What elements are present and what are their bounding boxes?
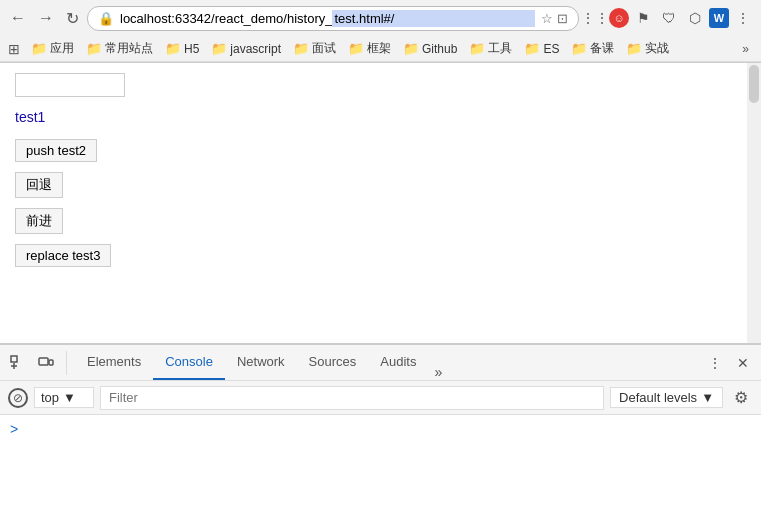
address-highlighted: test.html#/ — [332, 10, 535, 27]
levels-label: Default levels — [619, 390, 697, 405]
bookmark-label: 备课 — [590, 40, 614, 57]
bookmark-应用[interactable]: 📁 应用 — [26, 38, 79, 59]
tab-audits[interactable]: Audits — [368, 345, 428, 380]
browser-chrome: ← → ↻ 🔒 localhost:63342/react_demo/histo… — [0, 0, 761, 63]
right-icons: ⋮⋮ ☺ ⚑ 🛡 ⬡ W ⋮ — [583, 6, 755, 30]
push-test2-button[interactable]: push test2 — [15, 139, 97, 162]
devtools-more-icon[interactable]: ⋮ — [703, 351, 727, 375]
folder-icon: 📁 — [469, 41, 485, 56]
bookmark-es[interactable]: 📁 ES — [519, 39, 564, 58]
console-settings-button[interactable]: ⚙ — [729, 386, 753, 410]
puzzle-icon[interactable]: ⬡ — [683, 6, 707, 30]
bookmark-label: 常用站点 — [105, 40, 153, 57]
folder-icon: 📁 — [165, 41, 181, 56]
scrollbar-track[interactable] — [747, 63, 761, 343]
folder-icon: 📁 — [31, 41, 47, 56]
bookmark-label: 工具 — [488, 40, 512, 57]
console-input[interactable] — [22, 422, 751, 437]
folder-icon: 📁 — [86, 41, 102, 56]
address-text-static: localhost:63342/react_demo/history_ — [120, 11, 332, 26]
bookmark-h5[interactable]: 📁 H5 — [160, 39, 204, 58]
svg-rect-4 — [49, 360, 53, 365]
more-tabs-button[interactable]: » — [428, 364, 448, 380]
bookmark-工具[interactable]: 📁 工具 — [464, 38, 517, 59]
bookmark-实战[interactable]: 📁 实战 — [621, 38, 674, 59]
devtools-panel: Elements Console Network Sources Audits … — [0, 343, 761, 508]
device-toggle-icon[interactable] — [34, 351, 58, 375]
replace-test3-button[interactable]: replace test3 — [15, 244, 111, 267]
tab-elements[interactable]: Elements — [75, 345, 153, 380]
bookmark-备课[interactable]: 📁 备课 — [566, 38, 619, 59]
folder-icon: 📁 — [626, 41, 642, 56]
bookmarks-bar: ⊞ 📁 应用 📁 常用站点 📁 H5 📁 javascript 📁 面试 📁 框… — [0, 36, 761, 62]
forward-qianjin-button[interactable]: 前进 — [15, 208, 63, 234]
devtools-header: Elements Console Network Sources Audits … — [0, 345, 761, 381]
folder-icon: 📁 — [293, 41, 309, 56]
clear-console-button[interactable]: ⊘ — [8, 388, 28, 408]
bookmark-label: 应用 — [50, 40, 74, 57]
menu-icon[interactable]: ⋮ — [731, 6, 755, 30]
address-bar[interactable]: 🔒 localhost:63342/react_demo/history_tes… — [87, 6, 579, 31]
devtools-close-icon[interactable]: ✕ — [731, 351, 755, 375]
apps-grid-icon: ⊞ — [8, 41, 20, 57]
tab-sources[interactable]: Sources — [297, 345, 369, 380]
levels-arrow-icon: ▼ — [701, 390, 714, 405]
bookmark-label: Github — [422, 42, 457, 56]
console-filter-input[interactable] — [100, 386, 604, 410]
folder-icon: 📁 — [211, 41, 227, 56]
devtools-side-icons — [6, 351, 67, 375]
bookmark-label: 面试 — [312, 40, 336, 57]
back-huittui-button[interactable]: 回退 — [15, 172, 63, 198]
devtools-tabs: Elements Console Network Sources Audits … — [75, 345, 448, 380]
bookmark-javascript[interactable]: 📁 javascript — [206, 39, 286, 58]
scrollbar-thumb[interactable] — [749, 65, 759, 103]
angry-face-icon[interactable]: ☺ — [609, 8, 629, 28]
context-selector[interactable]: top ▼ — [34, 387, 94, 408]
bookmark-面试[interactable]: 📁 面试 — [288, 38, 341, 59]
devices-icon[interactable]: ⊡ — [557, 11, 568, 26]
console-output: > — [0, 415, 761, 508]
console-toolbar: ⊘ top ▼ Default levels ▼ ⚙ — [0, 381, 761, 415]
bookmark-label: 实战 — [645, 40, 669, 57]
page-viewport: test1 push test2 回退 前进 replace test3 — [0, 63, 761, 343]
apps-button[interactable]: ⊞ — [8, 41, 20, 57]
search-input[interactable] — [15, 73, 125, 97]
bookmark-label: H5 — [184, 42, 199, 56]
extensions-icon[interactable]: ⋮⋮ — [583, 6, 607, 30]
svg-rect-3 — [39, 358, 48, 365]
address-icons: ☆ ⊡ — [541, 11, 568, 26]
folder-icon: 📁 — [524, 41, 540, 56]
forward-button[interactable]: → — [34, 7, 58, 29]
devtools-right-icons: ⋮ ✕ — [703, 351, 755, 375]
folder-icon: 📁 — [571, 41, 587, 56]
reload-button[interactable]: ↻ — [62, 7, 83, 30]
shield-icon[interactable]: 🛡 — [657, 6, 681, 30]
inspect-element-icon[interactable] — [6, 351, 30, 375]
bookmark-label: javascript — [230, 42, 281, 56]
back-button[interactable]: ← — [6, 7, 30, 29]
context-arrow-icon: ▼ — [63, 390, 76, 405]
word-icon[interactable]: W — [709, 8, 729, 28]
svg-rect-0 — [11, 356, 17, 362]
tab-network[interactable]: Network — [225, 345, 297, 380]
more-bookmarks-button[interactable]: » — [738, 40, 753, 58]
bookmark-star-icon[interactable]: ☆ — [541, 11, 553, 26]
console-prompt-line[interactable]: > — [10, 421, 751, 437]
bookmark-github[interactable]: 📁 Github — [398, 39, 462, 58]
folder-icon: 📁 — [348, 41, 364, 56]
console-caret-icon: > — [10, 421, 18, 437]
bookmark-常用站点[interactable]: 📁 常用站点 — [81, 38, 158, 59]
folder-icon: 📁 — [403, 41, 419, 56]
bookmark-label: ES — [543, 42, 559, 56]
page-content: test1 push test2 回退 前进 replace test3 — [0, 63, 761, 343]
context-label: top — [41, 390, 59, 405]
bookmark-框架[interactable]: 📁 框架 — [343, 38, 396, 59]
test1-link[interactable]: test1 — [15, 109, 732, 125]
log-levels-selector[interactable]: Default levels ▼ — [610, 387, 723, 408]
bookmark-label: 框架 — [367, 40, 391, 57]
tab-console[interactable]: Console — [153, 345, 225, 380]
nav-bar: ← → ↻ 🔒 localhost:63342/react_demo/histo… — [0, 0, 761, 36]
flag-icon[interactable]: ⚑ — [631, 6, 655, 30]
